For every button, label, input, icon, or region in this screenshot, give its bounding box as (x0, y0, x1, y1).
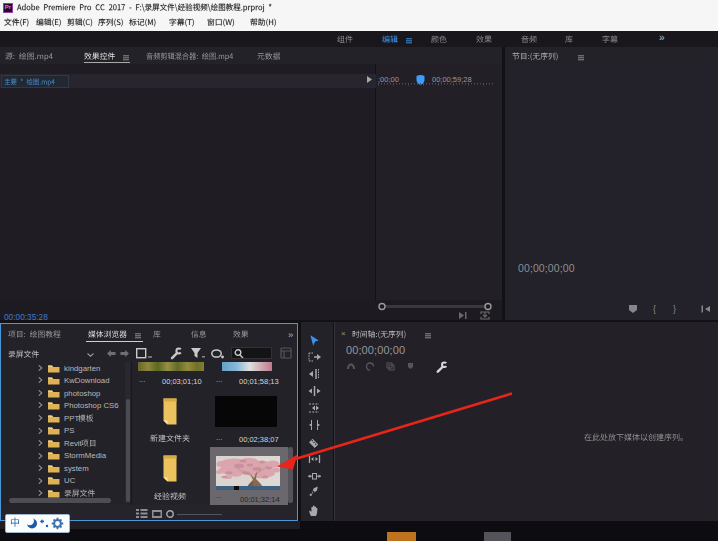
svg-text:}: } (673, 304, 676, 314)
svg-text:{: { (653, 304, 656, 314)
